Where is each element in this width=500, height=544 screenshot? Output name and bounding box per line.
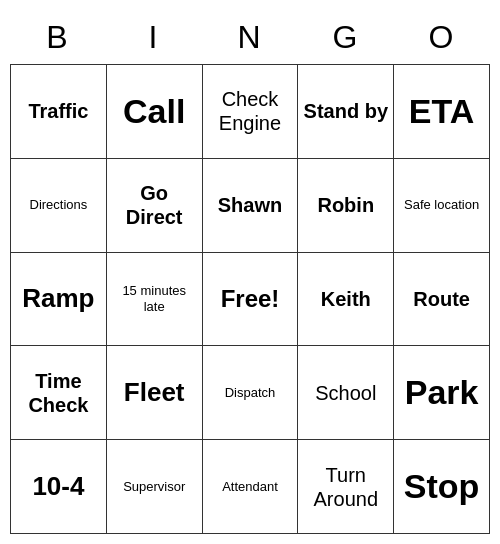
bingo-cell-r1-c2: Shawn — [203, 159, 299, 253]
bingo-cell-r3-c4: Park — [394, 346, 490, 440]
bingo-grid: TrafficCallCheck EngineStand byETADirect… — [10, 64, 490, 534]
bingo-cell-r4-c2: Attendant — [203, 440, 299, 534]
bingo-cell-r4-c3: Turn Around — [298, 440, 394, 534]
bingo-cell-r4-c4: Stop — [394, 440, 490, 534]
bingo-card: BINGO TrafficCallCheck EngineStand byETA… — [10, 10, 490, 534]
bingo-cell-r0-c1: Call — [107, 65, 203, 159]
bingo-cell-r0-c4: ETA — [394, 65, 490, 159]
bingo-cell-r2-c1: 15 minutes late — [107, 253, 203, 347]
bingo-cell-r1-c3: Robin — [298, 159, 394, 253]
bingo-cell-r0-c2: Check Engine — [203, 65, 299, 159]
bingo-cell-r2-c0: Ramp — [11, 253, 107, 347]
header-letter-O: O — [394, 10, 490, 64]
bingo-cell-r1-c0: Directions — [11, 159, 107, 253]
bingo-cell-r4-c0: 10-4 — [11, 440, 107, 534]
bingo-cell-r3-c0: Time Check — [11, 346, 107, 440]
bingo-cell-r0-c3: Stand by — [298, 65, 394, 159]
bingo-cell-r1-c4: Safe location — [394, 159, 490, 253]
bingo-header: BINGO — [10, 10, 490, 64]
header-letter-N: N — [202, 10, 298, 64]
bingo-cell-r3-c1: Fleet — [107, 346, 203, 440]
bingo-cell-r3-c3: School — [298, 346, 394, 440]
bingo-cell-r2-c4: Route — [394, 253, 490, 347]
bingo-cell-r2-c3: Keith — [298, 253, 394, 347]
bingo-cell-r4-c1: Supervisor — [107, 440, 203, 534]
header-letter-G: G — [298, 10, 394, 64]
bingo-cell-r2-c2: Free! — [203, 253, 299, 347]
bingo-cell-r1-c1: Go Direct — [107, 159, 203, 253]
header-letter-B: B — [10, 10, 106, 64]
bingo-cell-r0-c0: Traffic — [11, 65, 107, 159]
bingo-cell-r3-c2: Dispatch — [203, 346, 299, 440]
header-letter-I: I — [106, 10, 202, 64]
